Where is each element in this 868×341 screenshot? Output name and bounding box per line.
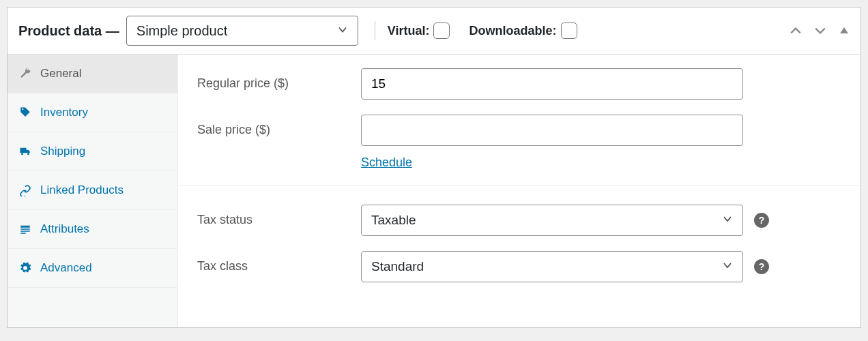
chevron-down-icon <box>337 23 348 39</box>
tab-inventory[interactable]: Inventory <box>8 93 177 132</box>
tax-status-value: Taxable <box>371 213 416 228</box>
gear-icon <box>18 261 32 275</box>
downloadable-label: Downloadable: <box>469 24 556 38</box>
tax-class-select[interactable]: Standard <box>361 251 743 282</box>
tab-label: Advanced <box>40 261 92 275</box>
tab-label: Linked Products <box>40 183 124 197</box>
schedule-link[interactable]: Schedule <box>361 155 412 170</box>
tab-label: General <box>40 67 81 80</box>
truck-icon <box>18 145 32 158</box>
chevron-down-icon <box>722 213 733 228</box>
regular-price-label: Regular price ($) <box>197 68 361 91</box>
tax-class-label: Tax class <box>197 251 361 273</box>
sale-price-input[interactable] <box>361 115 743 146</box>
tab-general[interactable]: General <box>8 55 177 93</box>
tab-content-general: Regular price ($) Sale price ($) Schedul… <box>178 55 860 327</box>
virtual-label: Virtual: <box>388 24 430 38</box>
panel-title: Product data — <box>18 23 119 39</box>
virtual-checkbox-wrap: Virtual: <box>388 23 450 39</box>
tab-label: Attributes <box>40 222 89 236</box>
downloadable-checkbox[interactable] <box>561 23 577 39</box>
tab-label: Inventory <box>40 106 88 119</box>
link-icon <box>18 183 32 197</box>
wrench-icon <box>18 67 32 80</box>
tab-attributes[interactable]: Attributes <box>8 210 177 249</box>
tab-shipping[interactable]: Shipping <box>8 132 177 171</box>
list-icon <box>18 222 32 236</box>
help-icon[interactable]: ? <box>754 259 769 274</box>
field-regular-price: Regular price ($) <box>197 68 841 100</box>
chevron-down-icon <box>722 259 733 274</box>
tag-icon <box>18 106 32 119</box>
tab-linked-products[interactable]: Linked Products <box>8 171 177 210</box>
divider <box>375 21 375 40</box>
field-tax-status: Tax status Taxable ? <box>197 205 841 236</box>
tax-class-value: Standard <box>371 259 424 274</box>
field-tax-class: Tax class Standard ? <box>197 251 841 282</box>
field-sale-price: Sale price ($) Schedule <box>197 115 841 170</box>
product-type-value: Simple product <box>136 23 227 39</box>
downloadable-checkbox-wrap: Downloadable: <box>469 23 577 39</box>
header-controls <box>790 25 850 37</box>
tax-status-label: Tax status <box>197 205 361 227</box>
divider <box>178 185 860 186</box>
tab-label: Shipping <box>40 145 85 158</box>
virtual-checkbox[interactable] <box>433 23 450 39</box>
tax-status-select[interactable]: Taxable <box>361 205 743 236</box>
product-data-panel: Product data — Simple product Virtual: D… <box>7 7 861 328</box>
help-icon[interactable]: ? <box>754 213 769 228</box>
panel-header: Product data — Simple product Virtual: D… <box>8 8 860 55</box>
tab-advanced[interactable]: Advanced <box>8 249 177 288</box>
move-down-icon[interactable] <box>814 25 826 37</box>
sidebar: General Inventory Shipping Linked Produc… <box>8 55 178 327</box>
product-type-select[interactable]: Simple product <box>126 16 358 46</box>
regular-price-input[interactable] <box>361 68 743 100</box>
toggle-panel-icon[interactable] <box>839 25 850 36</box>
panel-body: General Inventory Shipping Linked Produc… <box>8 55 860 327</box>
sale-price-label: Sale price ($) <box>197 115 361 137</box>
move-up-icon[interactable] <box>790 25 802 37</box>
